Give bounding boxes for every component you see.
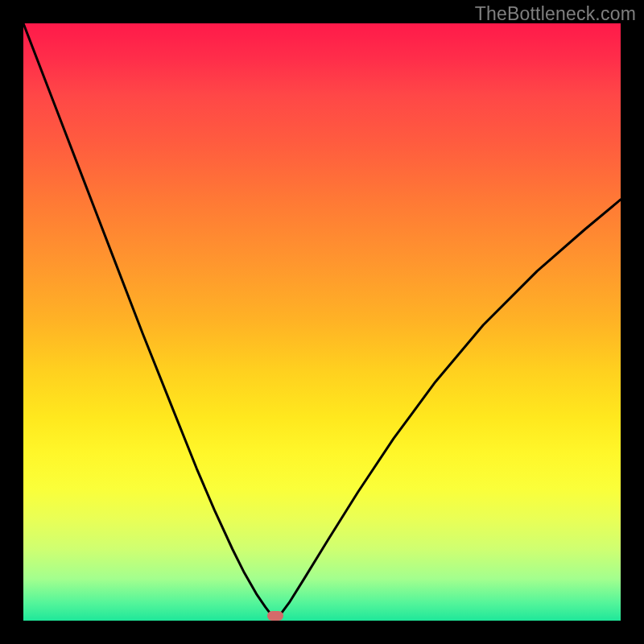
bottleneck-curve: [23, 23, 621, 621]
watermark-text: TheBottleneck.com: [475, 3, 636, 25]
minimum-marker: [267, 611, 283, 621]
chart-frame: TheBottleneck.com: [0, 0, 644, 644]
plot-area: [23, 23, 621, 621]
